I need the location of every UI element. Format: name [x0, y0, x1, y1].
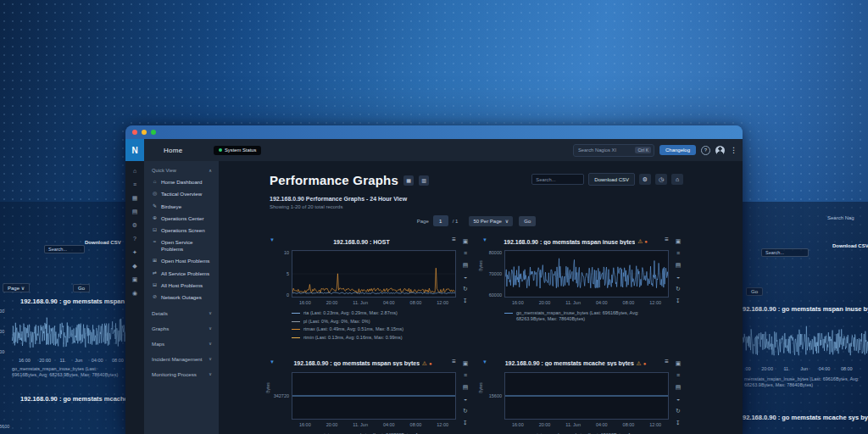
- chart-plot[interactable]: [292, 372, 456, 420]
- export-icon[interactable]: ↧: [463, 420, 468, 426]
- chart-legend: rta (Last: 0.23ms, Avg: 0.29ms, Max: 2.8…: [270, 310, 456, 341]
- y-axis-ticks: 15600: [489, 372, 504, 420]
- sidebar-section-graphs[interactable]: Graphs ∨: [152, 326, 219, 331]
- history-icon[interactable]: ↻: [463, 286, 468, 292]
- report-icon[interactable]: ▤: [463, 384, 469, 390]
- operations-center-icon: ⊕: [152, 215, 158, 222]
- bell-icon[interactable]: ◒: [464, 274, 467, 280]
- legend-item: rtmax (Last: 0.49ms, Avg: 0.51ms, Max: 8…: [292, 326, 456, 332]
- export-icon[interactable]: ↧: [676, 420, 681, 426]
- views-icon[interactable]: ≡: [133, 181, 136, 187]
- minimize-window-button[interactable]: [142, 130, 147, 135]
- sidebar-item-home-dashboard[interactable]: ⌂ Home Dashboard: [152, 179, 219, 186]
- chart-plot[interactable]: [504, 372, 669, 420]
- refresh-clock-icon[interactable]: ◷: [655, 174, 667, 185]
- filter-icon[interactable]: ▼: [270, 359, 275, 364]
- chart-status-icons: ⚠●: [637, 238, 647, 245]
- tools-icon[interactable]: ✦: [132, 249, 137, 255]
- sidebar-item-all-service-problems[interactable]: ⇄ All Service Problems: [152, 270, 219, 277]
- per-page-select[interactable]: 50 Per Page ∨: [469, 216, 513, 226]
- gear-icon[interactable]: ⚙: [132, 222, 137, 228]
- home-icon[interactable]: ⌂: [133, 168, 136, 174]
- x-axis-ticks: 16:0020:0011. Jun04:0008:0012:00: [504, 300, 669, 305]
- camera-icon[interactable]: ▣: [463, 238, 469, 244]
- filter-icon[interactable]: ▼: [482, 359, 487, 364]
- sidebar-item-open-service-problems[interactable]: ≈ Open Service Problems: [152, 239, 219, 253]
- warning-icon: ⚠: [637, 238, 643, 245]
- reports-icon[interactable]: ▤: [132, 209, 138, 214]
- sidebar-section-incident-management[interactable]: Incident Management ∨: [152, 356, 219, 362]
- filter-icon[interactable]: ▼: [482, 237, 487, 242]
- report-icon[interactable]: ▤: [463, 262, 469, 268]
- menu-icon[interactable]: ≡: [464, 372, 467, 378]
- sidebar-item-open-host-problems[interactable]: ⊞ Open Host Problems: [152, 258, 219, 264]
- report-icon[interactable]: ▤: [676, 262, 682, 268]
- menu-icon[interactable]: ≡: [464, 250, 467, 256]
- chart-plot[interactable]: [292, 250, 456, 298]
- y-axis-ticks: 1050: [284, 250, 292, 298]
- camera-icon[interactable]: ▣: [676, 360, 682, 366]
- enterprise-icon[interactable]: ◆: [132, 263, 136, 269]
- report-icon[interactable]: ▤: [676, 384, 682, 390]
- list-view-button[interactable]: ▥: [419, 175, 429, 186]
- menu-icon[interactable]: ≡: [676, 372, 680, 378]
- panel-menu-icon[interactable]: ≡: [665, 236, 669, 243]
- menu-icon[interactable]: ≡: [676, 250, 680, 256]
- x-axis-ticks: 16:0020:0011. Jun04:0008:0012:00: [504, 422, 669, 427]
- kebab-menu-icon[interactable]: ⋮: [730, 147, 737, 154]
- bell-icon[interactable]: ◒: [464, 396, 467, 402]
- history-icon[interactable]: ↻: [676, 286, 681, 292]
- global-search[interactable]: Ctrl K: [573, 144, 654, 157]
- sidebar-item-all-host-problems[interactable]: ⊟ All Host Problems: [152, 282, 219, 289]
- global-search-input[interactable]: [576, 147, 633, 153]
- sidebar-section-maps[interactable]: Maps ∨: [152, 341, 219, 347]
- history-icon[interactable]: ↻: [463, 408, 468, 414]
- bg-waveform: [743, 319, 868, 363]
- panel-menu-icon[interactable]: ≡: [452, 236, 456, 243]
- chart-status-icons: ⚠●: [422, 360, 431, 367]
- camera-icon[interactable]: ▣: [676, 238, 682, 244]
- panel-action-icons: ▣≡▤◒↻↧: [460, 359, 470, 434]
- history-icon[interactable]: ↻: [676, 408, 681, 414]
- sidebar-item-operations-center[interactable]: ⊕ Operations Center: [152, 215, 219, 222]
- chart-plot[interactable]: [504, 250, 669, 298]
- sidebar-section-details[interactable]: Details ∨: [152, 310, 219, 316]
- sidebar-item-tactical-overview[interactable]: ◎ Tactical Overview: [152, 191, 219, 198]
- camera-icon[interactable]: ▣: [463, 360, 469, 366]
- settings-gear-icon[interactable]: ⚙: [639, 174, 651, 185]
- sidebar-item-network-outages[interactable]: ⊘ Network Outages: [152, 294, 219, 301]
- chart-panel-mspan-inuse: ▼ 192.168.0.90 : go memstats mspan inuse…: [482, 236, 669, 343]
- system-status-button[interactable]: System Status: [214, 146, 261, 155]
- bell-icon[interactable]: ◒: [676, 274, 680, 280]
- panel-menu-icon[interactable]: ≡: [665, 359, 669, 365]
- grid-view-button[interactable]: ▦: [403, 175, 414, 186]
- panel-menu-icon[interactable]: ≡: [452, 359, 456, 365]
- x-tick: 04:00: [383, 422, 395, 427]
- maximize-window-button[interactable]: [151, 130, 156, 135]
- chart-panel-host: ▼ 192.168.0.90 : HOST ≡ 1050 16:0020:001…: [270, 236, 456, 343]
- page-number-input[interactable]: [433, 215, 448, 226]
- sidebar-item-operations-screen[interactable]: ⊡ Operations Screen: [152, 227, 219, 234]
- page-label: Page: [417, 219, 429, 224]
- download-csv-button[interactable]: Download CSV: [588, 173, 635, 186]
- bg-chart-title: 192.168.0.90 : go memstats mcache sys by…: [20, 395, 125, 403]
- go-button[interactable]: Go: [519, 216, 536, 226]
- add-to-dashboard-icon[interactable]: ⌂: [671, 174, 683, 185]
- export-icon[interactable]: ↧: [676, 298, 681, 303]
- sidebar-item-birdseye[interactable]: ✎ Birdseye: [152, 203, 219, 210]
- filter-icon[interactable]: ▼: [270, 237, 275, 242]
- dashboards-icon[interactable]: ▦: [132, 195, 138, 201]
- docs-icon[interactable]: ▣: [132, 276, 138, 282]
- help-rail-icon[interactable]: ?: [133, 236, 136, 242]
- export-icon[interactable]: ↧: [463, 298, 468, 303]
- sidebar-group-quick-view[interactable]: Quick View ∧: [152, 168, 219, 173]
- help-icon[interactable]: ?: [701, 146, 710, 155]
- close-window-button[interactable]: [132, 130, 137, 135]
- changelog-button[interactable]: Changelog: [659, 145, 696, 155]
- search-input[interactable]: [531, 174, 584, 185]
- account-icon[interactable]: ◉: [132, 290, 137, 296]
- bell-icon[interactable]: ◒: [676, 396, 680, 402]
- sidebar-section-monitoring-process[interactable]: Monitoring Process ∨: [152, 371, 219, 377]
- nagios-logo[interactable]: N: [125, 139, 144, 161]
- user-avatar[interactable]: [715, 146, 725, 155]
